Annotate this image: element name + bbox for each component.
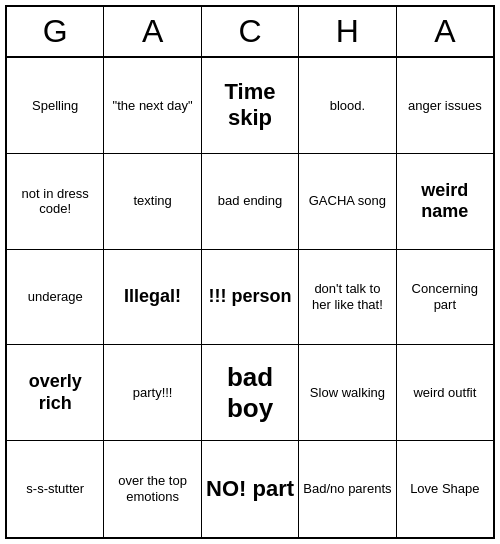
bingo-cell-1-4: weird name (397, 154, 493, 250)
bingo-cell-3-0: overly rich (7, 345, 104, 441)
bingo-row-2: underageIllegal!!!! persondon't talk to … (7, 250, 493, 346)
bingo-cell-2-0: underage (7, 250, 104, 346)
bingo-cell-3-2: bad boy (202, 345, 299, 441)
bingo-cell-0-2: Time skip (202, 58, 299, 154)
bingo-card: GACHA Spelling"the next day"Time skipblo… (5, 5, 495, 539)
bingo-cell-2-1: Illegal! (104, 250, 201, 346)
bingo-cell-4-3: Bad/no parents (299, 441, 396, 537)
bingo-cell-4-4: Love Shape (397, 441, 493, 537)
bingo-row-0: Spelling"the next day"Time skipblood.ang… (7, 58, 493, 154)
bingo-header: GACHA (7, 7, 493, 58)
bingo-cell-1-1: texting (104, 154, 201, 250)
header-letter-G-0: G (7, 7, 104, 58)
bingo-cell-1-2: bad ending (202, 154, 299, 250)
bingo-cell-0-0: Spelling (7, 58, 104, 154)
bingo-cell-3-3: Slow walking (299, 345, 396, 441)
bingo-cell-2-3: don't talk to her like that! (299, 250, 396, 346)
bingo-cell-1-0: not in dress code! (7, 154, 104, 250)
bingo-cell-0-1: "the next day" (104, 58, 201, 154)
bingo-row-3: overly richparty!!!bad boySlow walkingwe… (7, 345, 493, 441)
bingo-cell-2-4: Concerning part (397, 250, 493, 346)
bingo-cell-3-1: party!!! (104, 345, 201, 441)
bingo-cell-4-2: NO! part (202, 441, 299, 537)
header-letter-A-4: A (397, 7, 493, 58)
bingo-cell-1-3: GACHA song (299, 154, 396, 250)
bingo-cell-3-4: weird outfit (397, 345, 493, 441)
bingo-cell-0-4: anger issues (397, 58, 493, 154)
bingo-cell-0-3: blood. (299, 58, 396, 154)
bingo-grid: Spelling"the next day"Time skipblood.ang… (7, 58, 493, 537)
header-letter-C-2: C (202, 7, 299, 58)
header-letter-A-1: A (104, 7, 201, 58)
bingo-row-4: s-s-stutterover the top emotionsNO! part… (7, 441, 493, 537)
bingo-cell-4-1: over the top emotions (104, 441, 201, 537)
bingo-row-1: not in dress code!textingbad endingGACHA… (7, 154, 493, 250)
bingo-cell-2-2: !!! person (202, 250, 299, 346)
header-letter-H-3: H (299, 7, 396, 58)
bingo-cell-4-0: s-s-stutter (7, 441, 104, 537)
